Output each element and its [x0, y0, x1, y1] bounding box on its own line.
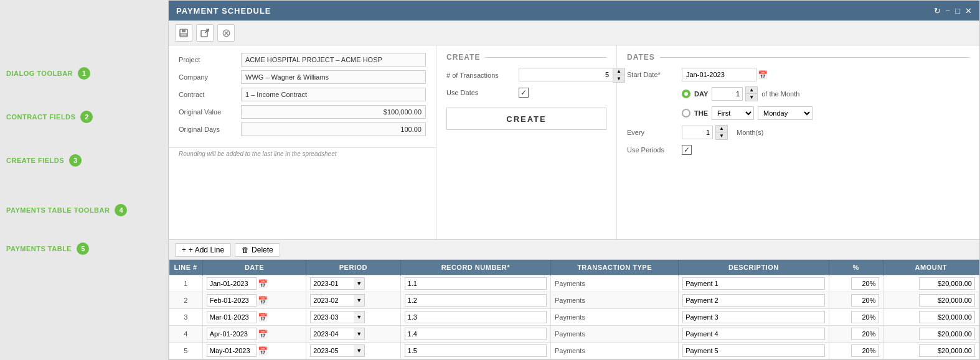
dialog: PAYMENT SCHEDULE ↻ − □ ✕ — [168, 0, 980, 360]
date-input[interactable] — [207, 277, 257, 290]
company-label: Company — [179, 73, 241, 81]
period-dropdown[interactable]: ▼ — [354, 344, 365, 357]
table-row: 5 📅 ▼ Payments — [169, 343, 979, 359]
record-input[interactable] — [405, 344, 547, 357]
use-periods-checkbox[interactable]: ✓ — [682, 145, 692, 155]
record-input[interactable] — [405, 311, 547, 323]
description-input[interactable] — [682, 311, 824, 323]
transactions-label: # of Transactions — [446, 72, 515, 79]
day-spinner-buttons: ▲ ▼ — [745, 86, 758, 101]
the-radio-button[interactable] — [682, 109, 690, 118]
annotation-panel: DIALOG TOOLBAR 1 CONTRACT FIELDS 2 CREAT… — [0, 0, 168, 360]
contract-input[interactable] — [241, 88, 426, 101]
day-spinner-down[interactable]: ▼ — [746, 94, 757, 101]
use-periods-label: Use Periods — [627, 146, 677, 154]
date-input[interactable] — [207, 311, 257, 323]
start-date-input[interactable] — [682, 68, 756, 81]
minimize-button[interactable]: − — [946, 7, 951, 15]
amount-input[interactable] — [919, 294, 975, 307]
description-input[interactable] — [682, 328, 824, 340]
content-area: Project Company Contract Original Value — [169, 45, 979, 239]
record-input[interactable] — [405, 328, 547, 340]
pct-input[interactable] — [851, 344, 879, 357]
day-spinner-up[interactable]: ▲ — [746, 87, 757, 94]
date-input[interactable] — [207, 344, 257, 357]
description-input[interactable] — [682, 294, 824, 307]
description-input[interactable] — [682, 344, 824, 357]
period-dropdown[interactable]: ▼ — [354, 277, 365, 290]
period-input[interactable] — [310, 277, 354, 290]
use-dates-label: Use Dates — [446, 89, 515, 96]
period-input[interactable] — [310, 344, 354, 357]
export-button[interactable] — [196, 24, 214, 42]
col-type: TRANSACTION TYPE — [550, 260, 678, 275]
add-line-button[interactable]: + + Add Line — [175, 243, 231, 257]
row-calendar-icon[interactable]: 📅 — [258, 346, 268, 356]
pct-input[interactable] — [851, 277, 879, 290]
table-row: 1 📅 ▼ Payments — [169, 275, 979, 292]
cell-record — [400, 326, 550, 343]
transactions-input[interactable] — [519, 68, 613, 81]
amount-input[interactable] — [919, 311, 975, 323]
annotation-payments-toolbar: PAYMENTS TABLE TOOLBAR 4 — [6, 204, 127, 216]
cell-amount — [883, 275, 979, 292]
discard-button[interactable]: ⊗ — [217, 24, 235, 42]
weekday-select[interactable]: Monday Tuesday Wednesday Thursday Friday — [758, 106, 813, 120]
create-button[interactable]: CREATE — [446, 108, 606, 130]
date-input[interactable] — [207, 328, 257, 340]
cell-date: 📅 — [202, 292, 306, 309]
period-input[interactable] — [310, 311, 354, 323]
record-input[interactable] — [405, 277, 547, 290]
period-dropdown[interactable]: ▼ — [354, 311, 365, 323]
period-input[interactable] — [310, 328, 354, 340]
contract-label: Contract — [179, 91, 241, 98]
period-dropdown[interactable]: ▼ — [354, 328, 365, 340]
row-calendar-icon[interactable]: 📅 — [258, 330, 268, 339]
every-spinner: ▲ ▼ — [682, 125, 728, 140]
save-button[interactable] — [175, 24, 192, 42]
row-calendar-icon[interactable]: 📅 — [258, 279, 268, 288]
every-down[interactable]: ▼ — [716, 132, 727, 139]
period-dropdown[interactable]: ▼ — [354, 294, 365, 307]
description-input[interactable] — [682, 277, 824, 290]
amount-input[interactable] — [919, 277, 975, 290]
cell-description — [679, 309, 829, 326]
row-calendar-icon[interactable]: 📅 — [258, 313, 268, 322]
company-input[interactable] — [241, 70, 426, 84]
restore-button[interactable]: □ — [955, 7, 960, 15]
dates-header: DATES — [627, 53, 969, 62]
delete-button[interactable]: 🗑 Delete — [235, 243, 280, 257]
day-value-input[interactable] — [712, 87, 743, 101]
use-dates-checkbox[interactable]: ✓ — [519, 88, 529, 98]
col-date: DATE — [202, 260, 306, 275]
date-input[interactable] — [207, 294, 257, 307]
record-input[interactable] — [405, 294, 547, 307]
ordinal-select[interactable]: First Second Third Fourth Last — [712, 106, 754, 120]
cell-line: 2 — [169, 292, 203, 309]
annotation-dialog-toolbar: DIALOG TOOLBAR 1 — [6, 67, 90, 80]
annotation-create-fields: CREATE FIELDS 3 — [6, 154, 82, 167]
pct-input[interactable] — [851, 328, 879, 340]
cell-line: 1 — [169, 275, 203, 292]
amount-input[interactable] — [919, 328, 975, 340]
original-days-input[interactable] — [241, 122, 426, 136]
contract-fields: Project Company Contract Original Value — [169, 45, 436, 148]
amount-input[interactable] — [919, 344, 975, 357]
calendar-icon[interactable]: 📅 — [758, 70, 768, 80]
refresh-button[interactable]: ↻ — [934, 7, 941, 15]
every-up[interactable]: ▲ — [716, 126, 727, 132]
original-value-input[interactable] — [241, 105, 426, 119]
row-calendar-icon[interactable]: 📅 — [258, 296, 268, 305]
table-row: 4 📅 ▼ Payments — [169, 326, 979, 343]
create-header: CREATE — [446, 53, 606, 62]
close-window-button[interactable]: ✕ — [965, 7, 972, 15]
every-input[interactable] — [682, 126, 713, 139]
day-radio-selected[interactable] — [682, 90, 690, 98]
table-row: 2 📅 ▼ Payments — [169, 292, 979, 309]
svg-rect-1 — [182, 29, 186, 32]
period-input[interactable] — [310, 294, 354, 307]
project-input[interactable] — [241, 53, 426, 67]
pct-input[interactable] — [851, 311, 879, 323]
pct-input[interactable] — [851, 294, 879, 307]
cell-pct — [829, 309, 883, 326]
